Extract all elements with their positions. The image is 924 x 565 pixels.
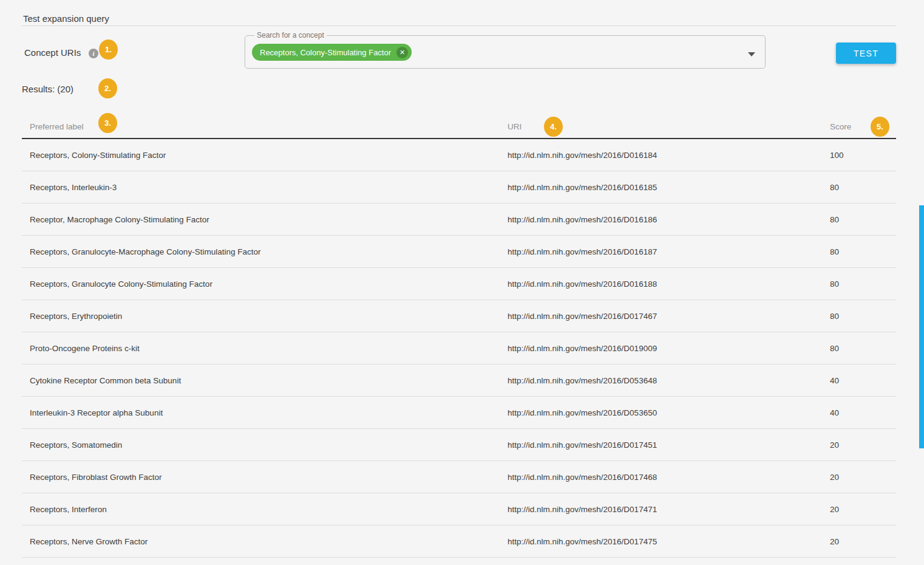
- row-score: 40: [830, 365, 839, 397]
- row-score: 20: [830, 493, 839, 526]
- title-divider: [22, 26, 896, 26]
- row-preferred-label: Receptors, Granulocyte-Macrophage Colony…: [30, 236, 260, 268]
- column-header-score: Score: [830, 122, 851, 131]
- column-header-uri: URI: [508, 122, 521, 131]
- table-row: Receptors, Erythropoietin http://id.nlm.…: [22, 300, 896, 332]
- concept-chip[interactable]: Receptors, Colony-Stimulating Factor ✕: [252, 44, 412, 61]
- annotation-badge-2: 2.: [98, 78, 117, 98]
- row-preferred-label: Receptors, Interferon: [30, 493, 107, 526]
- row-score: 80: [830, 236, 839, 268]
- row-score: 40: [830, 397, 839, 429]
- row-score: 20: [830, 461, 839, 493]
- row-uri: http://id.nlm.nih.gov/mesh/2016/D016187: [508, 236, 657, 268]
- table-row: Receptors, Granulocyte Colony-Stimulatin…: [22, 268, 896, 300]
- table-body: Receptors, Colony-Stimulating Factor htt…: [22, 139, 896, 558]
- table-header-row: Preferred label URI Score: [22, 114, 896, 139]
- row-uri: http://id.nlm.nih.gov/mesh/2016/D017467: [508, 300, 657, 332]
- row-preferred-label: Proto-Oncogene Proteins c-kit: [30, 332, 140, 365]
- table-row: Receptors, Nerve Growth Factor http://id…: [22, 526, 896, 558]
- row-uri: http://id.nlm.nih.gov/mesh/2016/D016184: [508, 139, 657, 171]
- row-preferred-label: Receptors, Nerve Growth Factor: [30, 526, 148, 558]
- row-preferred-label: Receptors, Interleukin-3: [30, 171, 117, 204]
- row-score: 20: [830, 429, 839, 461]
- results-count-label: Results: (20): [22, 84, 73, 94]
- row-preferred-label: Receptors, Colony-Stimulating Factor: [30, 139, 166, 171]
- info-icon[interactable]: i: [89, 49, 98, 58]
- row-uri: http://id.nlm.nih.gov/mesh/2016/D019009: [508, 332, 657, 365]
- row-score: 20: [830, 526, 839, 558]
- row-score: 80: [830, 171, 839, 204]
- row-score: 80: [830, 268, 839, 300]
- row-uri: http://id.nlm.nih.gov/mesh/2016/D017475: [508, 526, 657, 558]
- row-uri: http://id.nlm.nih.gov/mesh/2016/D017471: [508, 493, 657, 526]
- results-table: Preferred label URI Score Receptors, Col…: [22, 114, 896, 558]
- annotation-badge-3: 3.: [98, 113, 117, 133]
- table-row: Receptors, Interferon http://id.nlm.nih.…: [22, 493, 896, 526]
- table-row: Proto-Oncogene Proteins c-kit http://id.…: [22, 332, 896, 365]
- row-preferred-label: Receptors, Granulocyte Colony-Stimulatin…: [30, 268, 212, 300]
- concept-search-input[interactable]: Search for a concept Receptors, Colony-S…: [245, 31, 766, 69]
- table-row: Receptors, Somatomedin http://id.nlm.nih…: [22, 429, 896, 461]
- table-row: Receptors, Granulocyte-Macrophage Colony…: [22, 236, 896, 268]
- row-preferred-label: Cytokine Receptor Common beta Subunit: [30, 365, 181, 397]
- row-preferred-label: Receptors, Fibroblast Growth Factor: [30, 461, 162, 493]
- annotation-badge-1: 1.: [99, 39, 118, 60]
- row-preferred-label: Receptors, Erythropoietin: [30, 300, 122, 332]
- row-uri: http://id.nlm.nih.gov/mesh/2016/D053648: [508, 365, 657, 397]
- test-button[interactable]: TEST: [836, 43, 896, 64]
- page: Test expansion query Concept URIs i 1. S…: [0, 0, 924, 565]
- table-row: Receptors, Interleukin-3 http://id.nlm.n…: [22, 171, 896, 204]
- table-row: Receptors, Colony-Stimulating Factor htt…: [22, 139, 896, 171]
- page-title: Test expansion query: [23, 13, 109, 24]
- concept-uris-label: Concept URIs: [24, 47, 81, 58]
- table-row: Receptor, Macrophage Colony-Stimulating …: [22, 204, 896, 236]
- column-header-preferred-label: Preferred label: [30, 122, 84, 131]
- table-row: Interleukin-3 Receptor alpha Subunit htt…: [22, 397, 896, 429]
- row-preferred-label: Receptors, Somatomedin: [30, 429, 122, 461]
- row-uri: http://id.nlm.nih.gov/mesh/2016/D017468: [508, 461, 657, 493]
- row-uri: http://id.nlm.nih.gov/mesh/2016/D053650: [508, 397, 657, 429]
- table-row: Cytokine Receptor Common beta Subunit ht…: [22, 365, 896, 397]
- table-row: Receptors, Fibroblast Growth Factor http…: [22, 461, 896, 493]
- row-uri: http://id.nlm.nih.gov/mesh/2016/D017451: [508, 429, 657, 461]
- row-uri: http://id.nlm.nih.gov/mesh/2016/D016188: [508, 268, 657, 300]
- row-preferred-label: Interleukin-3 Receptor alpha Subunit: [30, 397, 163, 429]
- vertical-scrollbar-thumb[interactable]: [919, 205, 924, 448]
- search-legend: Search for a concept: [254, 31, 327, 39]
- row-preferred-label: Receptor, Macrophage Colony-Stimulating …: [30, 204, 209, 236]
- row-uri: http://id.nlm.nih.gov/mesh/2016/D016185: [508, 171, 657, 204]
- row-score: 80: [830, 204, 839, 236]
- row-score: 100: [830, 139, 844, 171]
- concept-chip-label: Receptors, Colony-Stimulating Factor: [260, 48, 391, 57]
- row-score: 80: [830, 300, 839, 332]
- row-uri: http://id.nlm.nih.gov/mesh/2016/D016186: [508, 204, 657, 236]
- chip-remove-icon[interactable]: ✕: [396, 47, 408, 58]
- chevron-down-icon[interactable]: [748, 52, 755, 56]
- annotation-badge-4: 4.: [544, 117, 563, 137]
- row-score: 80: [830, 332, 839, 365]
- annotation-badge-5: 5.: [871, 117, 889, 137]
